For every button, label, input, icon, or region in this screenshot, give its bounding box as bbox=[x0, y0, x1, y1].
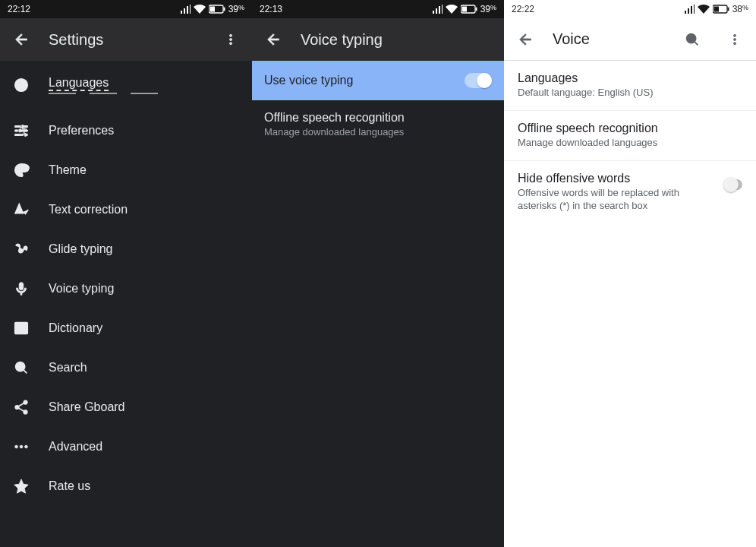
settings-list: Languages Preferences Theme Text correct… bbox=[0, 61, 252, 547]
mic-icon bbox=[12, 280, 30, 298]
row-subtitle: Manage downloaded languages bbox=[264, 126, 492, 138]
item-label: Share Gboard bbox=[49, 400, 125, 414]
row-title: Hide offensive words bbox=[518, 172, 717, 185]
signal-icon bbox=[684, 5, 695, 14]
settings-item-voice-typing[interactable]: Voice typing bbox=[0, 269, 252, 308]
row-offline-speech[interactable]: Offline speech recognition Manage downlo… bbox=[504, 111, 756, 161]
arrow-back-icon bbox=[13, 31, 30, 48]
more-horiz-icon bbox=[12, 438, 30, 456]
panel-settings: 22:12 39% Settings Languages bbox=[0, 0, 252, 547]
toggle-hide-offensive[interactable] bbox=[725, 179, 742, 190]
panel-voice: 22:22 38% Voice Languages Default langua… bbox=[504, 0, 756, 547]
settings-item-search[interactable]: Search bbox=[0, 348, 252, 387]
settings-item-rate[interactable]: Rate us bbox=[0, 466, 252, 506]
row-languages[interactable]: Languages Default language: English (US) bbox=[504, 61, 756, 111]
item-label: Advanced bbox=[49, 440, 102, 454]
row-offline-speech[interactable]: Offline speech recognition Manage downlo… bbox=[252, 100, 504, 148]
svg-point-28 bbox=[734, 42, 736, 44]
page-title: Settings bbox=[49, 31, 203, 49]
item-label: Theme bbox=[49, 163, 87, 177]
battery-icon bbox=[461, 5, 477, 14]
book-icon bbox=[12, 319, 30, 337]
item-label: Search bbox=[49, 361, 87, 375]
item-label: Text correction bbox=[49, 203, 128, 217]
palette-icon bbox=[12, 161, 30, 179]
app-bar: Settings bbox=[0, 18, 252, 61]
svg-point-4 bbox=[230, 39, 232, 41]
settings-item-theme[interactable]: Theme bbox=[0, 150, 252, 190]
status-time: 22:12 bbox=[8, 4, 30, 14]
toggle-voice-typing[interactable] bbox=[465, 73, 492, 88]
svg-point-27 bbox=[734, 38, 736, 40]
search-icon bbox=[12, 359, 30, 377]
overflow-button[interactable] bbox=[216, 24, 246, 55]
voice-list: Languages Default language: English (US)… bbox=[504, 61, 756, 547]
more-vert-icon bbox=[224, 33, 238, 46]
status-time: 22:22 bbox=[512, 4, 534, 14]
item-label: Rate us bbox=[49, 479, 90, 493]
row-title: Offline speech recognition bbox=[264, 111, 492, 125]
svg-point-14 bbox=[15, 406, 19, 409]
panel-voice-typing: 22:13 39% Voice typing Use voice typing … bbox=[252, 0, 504, 547]
svg-point-8 bbox=[20, 166, 21, 168]
status-right: 39% bbox=[432, 4, 496, 14]
row-title: Use voice typing bbox=[264, 74, 353, 87]
battery-icon bbox=[209, 5, 225, 14]
item-label: Languages bbox=[49, 76, 109, 91]
share-icon bbox=[12, 398, 30, 416]
page-title: Voice bbox=[553, 30, 665, 48]
globe-icon bbox=[12, 76, 30, 94]
row-subtitle: Default language: English (US) bbox=[518, 87, 654, 100]
settings-item-advanced[interactable]: Advanced bbox=[0, 427, 252, 466]
back-button[interactable] bbox=[6, 24, 36, 55]
settings-item-dictionary[interactable]: Dictionary bbox=[0, 308, 252, 348]
overflow-button[interactable] bbox=[720, 24, 750, 55]
signal-icon bbox=[180, 5, 191, 14]
page-title: Voice typing bbox=[301, 31, 498, 49]
svg-rect-23 bbox=[727, 8, 729, 11]
svg-rect-1 bbox=[223, 8, 225, 11]
back-button[interactable] bbox=[258, 24, 288, 55]
settings-item-preferences[interactable]: Preferences bbox=[0, 111, 252, 150]
tune-icon bbox=[12, 122, 30, 140]
row-title: Languages bbox=[518, 71, 654, 85]
signal-icon bbox=[432, 5, 443, 14]
svg-point-9 bbox=[23, 166, 24, 168]
wifi-icon bbox=[446, 5, 458, 14]
status-right: 38% bbox=[684, 4, 748, 14]
star-icon bbox=[12, 477, 30, 495]
search-button[interactable] bbox=[677, 24, 707, 55]
row-hide-offensive[interactable]: Hide offensive words Offensive words wil… bbox=[504, 161, 756, 223]
status-bar: 22:22 38% bbox=[504, 0, 756, 18]
svg-rect-2 bbox=[209, 7, 215, 12]
item-label: Preferences bbox=[49, 124, 114, 138]
svg-rect-20 bbox=[475, 8, 477, 11]
settings-item-languages[interactable]: Languages bbox=[0, 61, 252, 111]
svg-point-25 bbox=[687, 33, 696, 43]
settings-item-share[interactable]: Share Gboard bbox=[0, 387, 252, 427]
more-vert-icon bbox=[728, 33, 742, 46]
gesture-icon bbox=[12, 240, 30, 258]
item-label: Dictionary bbox=[49, 321, 102, 335]
arrow-back-icon bbox=[517, 31, 534, 48]
settings-item-text-correction[interactable]: Text correction bbox=[0, 190, 252, 229]
battery-text: 39% bbox=[480, 4, 496, 14]
voice-typing-list: Use voice typing Offline speech recognit… bbox=[252, 61, 504, 547]
svg-point-13 bbox=[24, 400, 27, 404]
arrow-back-icon bbox=[265, 31, 282, 48]
row-title: Offline speech recognition bbox=[518, 122, 658, 135]
back-button[interactable] bbox=[510, 24, 540, 55]
svg-point-16 bbox=[15, 445, 18, 448]
svg-point-7 bbox=[17, 169, 19, 170]
row-use-voice-typing[interactable]: Use voice typing bbox=[252, 61, 504, 100]
lang-placeholder-lines bbox=[49, 93, 158, 94]
status-right: 39% bbox=[180, 4, 244, 14]
battery-text: 39% bbox=[228, 4, 244, 14]
settings-item-glide[interactable]: Glide typing bbox=[0, 229, 252, 269]
row-subtitle: Offensive words will be replaced with as… bbox=[518, 187, 717, 213]
item-label: Voice typing bbox=[49, 282, 114, 296]
wifi-icon bbox=[698, 5, 710, 14]
wifi-icon bbox=[194, 5, 206, 14]
svg-rect-24 bbox=[713, 7, 719, 12]
status-bar: 22:13 39% bbox=[252, 0, 504, 18]
